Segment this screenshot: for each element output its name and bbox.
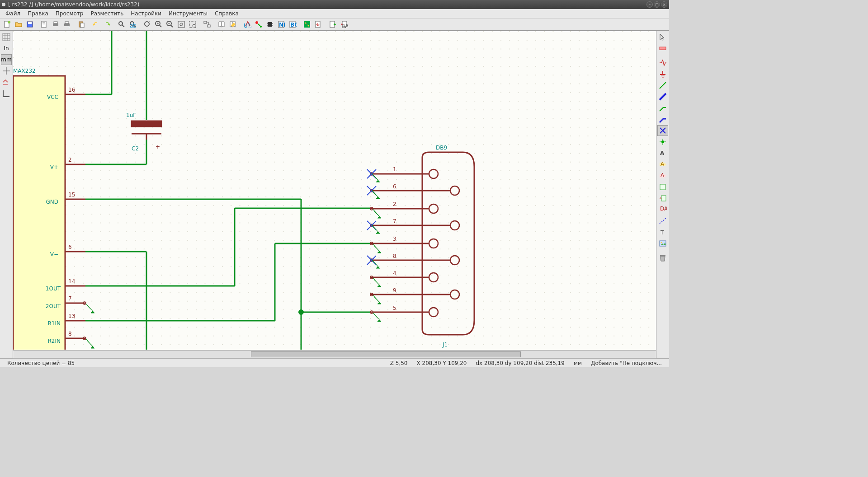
page-settings-icon[interactable] bbox=[39, 19, 50, 30]
place-noconnect-icon[interactable] bbox=[657, 125, 668, 136]
svg-text:R1IN: R1IN bbox=[48, 320, 61, 327]
svg-point-106 bbox=[298, 309, 304, 315]
svg-rect-7 bbox=[53, 23, 58, 26]
schematic-drawing: MAX232 VCC V+ GND V− 1OUT 2OUT R1IN R2IN bbox=[13, 31, 655, 350]
svg-rect-26 bbox=[178, 21, 184, 28]
svg-rect-107 bbox=[132, 121, 161, 126]
zoom-out-icon[interactable] bbox=[165, 19, 175, 30]
units-inch-button[interactable]: In bbox=[1, 43, 12, 54]
zoom-selection-icon[interactable] bbox=[187, 19, 198, 30]
svg-text:6: 6 bbox=[68, 244, 72, 250]
menu-prefs[interactable]: Настройки bbox=[128, 9, 164, 18]
import-sheet-pin-icon[interactable] bbox=[657, 193, 668, 204]
menu-place[interactable]: Разместить bbox=[88, 9, 126, 18]
cvpcb-icon[interactable] bbox=[264, 19, 275, 30]
hierarchy-icon[interactable] bbox=[202, 19, 212, 30]
menu-help[interactable]: Справка bbox=[212, 9, 241, 18]
svg-text:2: 2 bbox=[393, 201, 396, 207]
menu-file[interactable]: Файл bbox=[3, 9, 23, 18]
paste-icon[interactable] bbox=[76, 19, 87, 30]
svg-rect-169 bbox=[660, 184, 665, 190]
svg-text:13: 13 bbox=[68, 313, 75, 319]
save-icon[interactable] bbox=[24, 19, 35, 30]
delete-icon[interactable] bbox=[657, 253, 668, 263]
status-unit: мм bbox=[569, 360, 586, 366]
zoom-fit-icon[interactable] bbox=[176, 19, 187, 30]
bus-direction-icon[interactable] bbox=[1, 88, 12, 99]
place-wire-icon[interactable] bbox=[657, 80, 668, 91]
hidden-pins-icon[interactable] bbox=[1, 77, 12, 88]
cursor-shape-icon[interactable] bbox=[1, 65, 12, 76]
place-component-icon[interactable] bbox=[657, 57, 668, 68]
find-replace-icon[interactable]: ab bbox=[127, 19, 138, 30]
undo-icon[interactable] bbox=[90, 19, 101, 30]
schematic-canvas[interactable]: MAX232 VCC V+ GND V− 1OUT 2OUT R1IN R2IN bbox=[13, 31, 656, 350]
svg-point-29 bbox=[193, 24, 195, 27]
app-dot-icon bbox=[2, 3, 5, 6]
place-image-icon[interactable] bbox=[657, 238, 668, 249]
library-editor-icon[interactable] bbox=[227, 19, 238, 30]
place-sheet-pin-icon[interactable]: DA bbox=[657, 204, 668, 215]
units-mm-button[interactable]: mm bbox=[1, 54, 12, 65]
place-net-label-icon[interactable]: A bbox=[657, 148, 668, 159]
svg-text:GND: GND bbox=[46, 199, 58, 205]
svg-rect-3 bbox=[28, 22, 32, 24]
menu-edit[interactable]: Правка bbox=[25, 9, 51, 18]
svg-rect-35 bbox=[268, 22, 272, 27]
plot-icon[interactable] bbox=[61, 19, 72, 30]
status-dxy: dx 208,30 dy 109,20 dist 235,19 bbox=[472, 360, 569, 366]
place-junction-icon[interactable] bbox=[657, 136, 668, 147]
svg-text:5: 5 bbox=[393, 305, 396, 311]
place-text-icon[interactable]: T bbox=[657, 227, 668, 238]
zoom-in-icon[interactable] bbox=[153, 19, 164, 30]
close-button[interactable]: × bbox=[661, 1, 667, 8]
svg-text:16: 16 bbox=[68, 87, 75, 93]
highlight-net-icon[interactable] bbox=[657, 43, 668, 54]
menu-tools[interactable]: Инструменты bbox=[166, 9, 210, 18]
place-power-icon[interactable] bbox=[657, 69, 668, 80]
minimize-button[interactable]: – bbox=[646, 1, 653, 8]
svg-text:NET: NET bbox=[279, 22, 285, 28]
back-icon[interactable]: BACK bbox=[339, 19, 349, 30]
svg-text:ab: ab bbox=[130, 23, 137, 28]
place-bus-entry-icon[interactable] bbox=[657, 114, 668, 125]
svg-rect-30 bbox=[204, 21, 207, 23]
horizontal-scrollbar[interactable] bbox=[13, 350, 656, 358]
svg-text:1: 1 bbox=[393, 166, 396, 173]
open-icon[interactable] bbox=[13, 19, 24, 30]
svg-text:V+: V+ bbox=[50, 164, 58, 170]
maximize-button[interactable]: ◻ bbox=[654, 1, 660, 8]
redo-icon[interactable] bbox=[102, 19, 113, 30]
erc-icon[interactable] bbox=[253, 19, 264, 30]
annotate-icon[interactable]: U?A bbox=[242, 19, 253, 30]
svg-rect-39 bbox=[272, 25, 273, 26]
place-graphic-line-icon[interactable] bbox=[657, 215, 668, 226]
place-hier-label-icon[interactable]: A bbox=[657, 170, 668, 181]
bom-icon[interactable]: BOM bbox=[287, 19, 298, 30]
zoom-redraw-icon[interactable] bbox=[142, 19, 153, 30]
svg-text:A: A bbox=[660, 172, 665, 178]
svg-text:A: A bbox=[660, 150, 665, 156]
pcbnew-icon[interactable] bbox=[302, 19, 312, 30]
svg-rect-177 bbox=[660, 255, 665, 256]
status-xy: X 208,30 Y 109,20 bbox=[412, 360, 472, 366]
place-bus-icon[interactable] bbox=[657, 91, 668, 102]
status-zoom: Z 5,50 bbox=[386, 360, 412, 366]
print-icon[interactable] bbox=[50, 19, 61, 30]
grid-toggle-icon[interactable] bbox=[1, 32, 12, 42]
place-sheet-icon[interactable] bbox=[657, 182, 668, 192]
menu-view[interactable]: Просмотр bbox=[53, 9, 86, 18]
cursor-icon[interactable] bbox=[657, 32, 668, 42]
forward-icon[interactable] bbox=[327, 19, 338, 30]
new-icon[interactable] bbox=[2, 19, 13, 30]
statusbar: Количество цепей = 85 Z 5,50 X 208,30 Y … bbox=[0, 358, 669, 367]
svg-text:2OUT: 2OUT bbox=[46, 303, 61, 309]
svg-rect-62 bbox=[13, 31, 655, 350]
place-wire-entry-icon[interactable] bbox=[657, 103, 668, 113]
library-browser-icon[interactable] bbox=[216, 19, 227, 30]
place-global-label-icon[interactable]: A bbox=[657, 159, 668, 170]
svg-point-27 bbox=[180, 23, 183, 26]
import-footprints-icon[interactable] bbox=[313, 19, 324, 30]
netlist-icon[interactable]: NET bbox=[276, 19, 287, 30]
find-icon[interactable] bbox=[116, 19, 127, 30]
